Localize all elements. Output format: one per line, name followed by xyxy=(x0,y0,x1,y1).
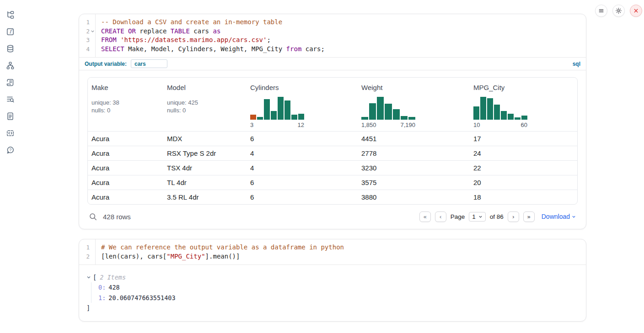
sidebar-help-button[interactable]: ? xyxy=(5,145,15,154)
column-histogram: 1060 xyxy=(473,95,527,128)
column-name: MPG_City xyxy=(473,84,574,91)
table-cell: TL 4dr xyxy=(163,175,247,190)
column-header-model[interactable]: Modelunique: 425nulls: 0 xyxy=(163,84,247,128)
last-page-button[interactable]: » xyxy=(523,211,535,222)
table-row: AcuraRSX Type S 2dr4277824 xyxy=(88,146,577,160)
total-pages-label: of 86 xyxy=(490,213,504,220)
column-stats: unique: 38nulls: 0 xyxy=(91,99,160,114)
fold-chevron-icon[interactable] xyxy=(90,29,95,33)
sidebar-file-tree-button[interactable] xyxy=(5,10,15,19)
sql-cell: 1234 -- Download a CSV and create an in-… xyxy=(79,14,586,229)
histogram-bars xyxy=(250,95,304,120)
sidebar-logs-button[interactable] xyxy=(5,78,15,87)
table-row: AcuraTSX 4dr4323022 xyxy=(88,160,577,175)
histogram-bar xyxy=(284,100,290,120)
page-select-value: 1 xyxy=(472,213,476,220)
tree-root: [ 2 Items xyxy=(86,272,579,282)
previous-page-button[interactable]: ‹ xyxy=(435,211,446,222)
table-cell: 4 xyxy=(247,161,358,175)
first-page-button[interactable]: « xyxy=(419,211,431,222)
pagination: « ‹ Page 1 of 86 › » xyxy=(419,211,535,222)
line-number: 2 xyxy=(79,27,95,36)
datasources-icon xyxy=(6,44,15,53)
tree-collapse-chevron-icon[interactable] xyxy=(86,275,91,280)
column-header-mpg_city[interactable]: MPG_City1060 xyxy=(470,84,577,128)
python-code-editor[interactable]: 12 # We can reference the output variabl… xyxy=(79,239,586,264)
code-line: SELECT Make, Model, Cylinders, Weight, M… xyxy=(101,45,586,54)
table-cell: MDX xyxy=(163,132,247,146)
histogram-axis-labels: 1,8507,190 xyxy=(361,122,415,128)
sidebar-list-search-button[interactable] xyxy=(5,95,15,104)
histogram-axis-labels: 1060 xyxy=(473,122,527,128)
help-icon: ? xyxy=(6,146,15,154)
table-footer: 428 rows « ‹ Page 1 of 86 › » Download xyxy=(87,211,578,222)
sidebar-snippets-button[interactable] xyxy=(5,128,15,137)
line-number: 1 xyxy=(79,18,95,27)
python-cell-output: [ 2 Items 0:4281:20.060747663551403 ] xyxy=(79,264,586,321)
histogram-bar xyxy=(521,116,527,120)
table-cell: Acura xyxy=(88,161,163,175)
histogram-bar xyxy=(408,117,415,120)
code-line: -- Download a CSV and create an in-memor… xyxy=(101,18,586,27)
output-variable-input[interactable] xyxy=(131,59,167,68)
sql-code-editor[interactable]: 1234 -- Download a CSV and create an in-… xyxy=(79,14,586,57)
column-name: Model xyxy=(167,84,243,91)
table-cell: 6 xyxy=(247,190,358,204)
table-cell: Acura xyxy=(88,132,163,146)
sidebar-datasources-button[interactable] xyxy=(5,44,15,53)
histogram-bar xyxy=(508,114,514,120)
histogram-bar xyxy=(515,117,521,120)
table-cell: 3230 xyxy=(358,161,470,175)
histogram-bar xyxy=(501,111,507,120)
sql-cell-output: Makeunique: 38nulls: 0Modelunique: 425nu… xyxy=(79,70,586,229)
table-body: AcuraMDX6445117AcuraRSX Type S 2dr427782… xyxy=(88,131,577,204)
svg-text:f: f xyxy=(9,29,12,35)
menu-button[interactable] xyxy=(595,5,607,17)
shutdown-x-icon xyxy=(633,8,639,14)
histogram-bar xyxy=(385,104,392,120)
svg-text:?: ? xyxy=(9,148,11,152)
next-page-button[interactable]: › xyxy=(508,211,519,222)
column-header-make[interactable]: Makeunique: 38nulls: 0 xyxy=(88,84,163,128)
tree-entry-index: 0: xyxy=(98,284,106,291)
histogram-bars xyxy=(361,95,415,120)
helper-panel-sidebar: f xyxy=(0,0,20,333)
histogram-bar xyxy=(298,114,304,120)
tree-entry: 1:20.060747663551403 xyxy=(98,293,579,303)
table-cell: Acura xyxy=(88,175,163,190)
table-cell: 17 xyxy=(470,132,577,146)
histogram-bar xyxy=(401,116,408,120)
documentation-icon xyxy=(6,112,15,121)
sidebar-variables-button[interactable]: f xyxy=(5,27,15,36)
column-name: Weight xyxy=(361,84,466,91)
column-name: Make xyxy=(91,84,160,91)
code-line: [len(cars), cars["MPG_City"].mean()] xyxy=(101,252,586,261)
shutdown-button[interactable] xyxy=(630,5,642,17)
data-table: Makeunique: 38nulls: 0Modelunique: 425nu… xyxy=(87,77,578,205)
table-cell: 3880 xyxy=(358,190,470,204)
table-row: AcuraTL 4dr6357520 xyxy=(88,175,577,190)
column-header-weight[interactable]: Weight1,8507,190 xyxy=(358,84,470,128)
histogram-bar xyxy=(257,117,263,120)
table-cell: 2778 xyxy=(358,146,470,160)
column-header-cylinders[interactable]: Cylinders312 xyxy=(247,84,358,128)
tree-entry-index: 1: xyxy=(98,294,106,301)
histogram-bar xyxy=(250,115,256,120)
table-search-button[interactable] xyxy=(89,213,97,221)
table-cell: 24 xyxy=(470,146,577,160)
row-count: 428 rows xyxy=(103,213,131,221)
sidebar-documentation-button[interactable] xyxy=(5,111,15,121)
histogram-bar xyxy=(361,117,368,120)
table-cell: 4451 xyxy=(358,132,470,146)
sql-code: -- Download a CSV and create an in-memor… xyxy=(96,14,586,57)
histogram-bar xyxy=(473,106,479,120)
table-cell: 3575 xyxy=(358,175,470,190)
chevron-down-icon xyxy=(478,215,483,219)
sidebar-dependency-graph-button[interactable] xyxy=(5,61,15,70)
page-select[interactable]: 1 xyxy=(469,212,486,222)
table-cell: 20 xyxy=(470,175,577,190)
python-code: # We can reference the output variable a… xyxy=(96,239,586,264)
settings-button[interactable] xyxy=(612,5,625,17)
download-button[interactable]: Download xyxy=(542,213,576,220)
tree-entries: 0:4281:20.060747663551403 xyxy=(91,282,579,303)
